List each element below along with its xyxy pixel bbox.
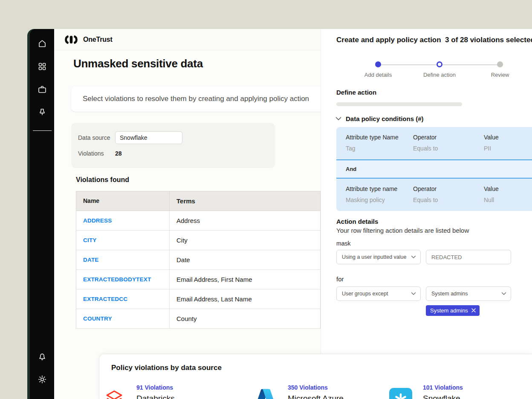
insights-heading: Policy violations by data source	[111, 364, 222, 372]
condition-attribute-label: Attribute type name	[346, 185, 413, 192]
chevron-down-icon	[335, 115, 341, 122]
violation-name-link[interactable]: DATE	[83, 257, 99, 263]
condition-value-value: PII	[484, 145, 532, 152]
table-row[interactable]: CITY City	[76, 231, 320, 250]
table-row[interactable]: DATE Date	[76, 250, 320, 270]
condition-operator-value: Equals to	[413, 197, 484, 203]
sidebar-item-apps[interactable]	[34, 58, 51, 75]
define-action-heading: Define action	[336, 89, 376, 96]
sidebar-item-home[interactable]	[34, 35, 51, 52]
mask-method-value: Using a user inputted value	[342, 254, 406, 260]
page-title: Unmasked sensitive data	[73, 57, 203, 70]
chevron-down-icon	[411, 291, 416, 297]
azure-logo	[254, 387, 278, 399]
step-label: Add details	[353, 72, 404, 78]
violation-name-link[interactable]: CITY	[83, 237, 97, 243]
column-header-terms: Terms	[169, 191, 320, 211]
mask-value-input[interactable]	[426, 250, 511, 264]
sidebar	[30, 29, 54, 399]
group-value-text: System admins	[431, 291, 468, 297]
progress-bar	[336, 102, 462, 106]
group-mode-value: User groups except	[342, 291, 388, 297]
mask-label: mask	[336, 240, 350, 247]
table-row[interactable]: COUNTRY County	[76, 309, 320, 329]
violation-terms: Date	[169, 250, 320, 269]
condition-attribute-value: Tag	[346, 145, 413, 152]
policy-violations-card: Policy violations by data source 91 Viol…	[99, 354, 532, 399]
condition-attribute-label: Attribute type Name	[346, 134, 413, 141]
violations-table: Name Terms ADDRESS Address CITY City DAT…	[76, 191, 321, 329]
data-source-item-snowflake[interactable]: 101 Violations Snowflake Volume of Data:…	[389, 384, 486, 399]
step-dot-upcoming	[497, 61, 503, 67]
condition-operator-value: Equals to	[413, 145, 484, 152]
violations-count: 28	[115, 150, 122, 157]
chip-remove-icon[interactable]	[471, 307, 476, 314]
violation-name-link[interactable]: COUNTRY	[83, 315, 112, 322]
table-row[interactable]: EXTRACTEDCC Email Address, Last Name	[76, 289, 320, 309]
action-details-subtitle: Your row filtering action details are li…	[336, 227, 469, 234]
violation-terms: Email Address, First Name	[169, 270, 320, 289]
chevron-down-icon	[411, 254, 416, 260]
step-label: Define action	[414, 72, 465, 78]
summary-panel: Data source Violations 28	[71, 123, 275, 168]
table-header-row: Name Terms	[76, 191, 320, 211]
step-add-details[interactable]: Add details	[353, 61, 404, 78]
condition-connector: And	[336, 160, 532, 178]
for-label: for	[336, 275, 344, 283]
wizard-stepper: Add details Define action Review	[321, 61, 532, 87]
instruction-banner-text: Select violations to resolve them by cre…	[83, 95, 309, 103]
violation-name-link[interactable]: EXTRACTEDCC	[83, 296, 127, 302]
condition-value-value: Null	[484, 197, 532, 203]
home-icon	[37, 38, 47, 49]
data-source-name: Databricks	[136, 394, 200, 399]
group-value-select[interactable]: System admins	[426, 286, 511, 301]
conditions-toggle[interactable]: Data policy conditions (#)	[335, 115, 424, 122]
sidebar-item-pinned[interactable]	[34, 104, 51, 121]
violations-count-link[interactable]: 101 Violations	[423, 384, 486, 391]
condition-row: Attribute type name Masking policy Opera…	[336, 179, 532, 211]
chip-label: System admins	[430, 307, 468, 314]
selected-group-chip[interactable]: System admins	[426, 305, 480, 316]
apps-grid-icon	[37, 61, 47, 72]
violations-found-heading: Violations found	[76, 176, 129, 184]
panel-title-text: Create and apply policy action	[336, 36, 441, 44]
violation-terms: County	[169, 309, 320, 328]
gear-icon	[37, 374, 47, 385]
data-source-label: Data source	[78, 134, 115, 141]
sidebar-item-notifications[interactable]	[34, 348, 51, 365]
condition-value-label: Value	[484, 134, 532, 141]
condition-operator-label: Operator	[413, 185, 484, 192]
onetrust-logo-icon	[64, 35, 79, 44]
action-details-heading: Action details	[336, 218, 378, 225]
data-source-input[interactable]	[115, 131, 182, 144]
step-label: Review	[474, 72, 526, 78]
briefcase-icon	[37, 84, 47, 95]
group-mode-select[interactable]: User groups except	[336, 286, 421, 301]
step-review[interactable]: Review	[474, 61, 526, 78]
conditions-toggle-label: Data policy conditions (#)	[346, 115, 424, 122]
snowflake-logo	[389, 387, 413, 399]
condition-attribute-value: Masking policy	[346, 197, 413, 203]
data-source-name: Snowflake	[423, 394, 486, 399]
condition-value-label: Value	[484, 185, 532, 192]
instruction-banner: Select violations to resolve them by cre…	[71, 86, 335, 112]
data-source-item-databricks[interactable]: 91 Violations Databricks Volume of Data:…	[102, 384, 200, 399]
brand-name: OneTrust	[83, 36, 113, 43]
violation-name-link[interactable]: EXTRACTEDBODYTEXT	[83, 276, 151, 283]
pushpin-icon	[37, 107, 47, 118]
table-row[interactable]: ADDRESS Address	[76, 211, 320, 231]
condition-row: Attribute type Name Tag Operator Equals …	[336, 127, 532, 159]
sidebar-item-settings[interactable]	[34, 371, 51, 388]
mask-method-select[interactable]: Using a user inputted value	[336, 250, 421, 264]
sidebar-item-workspace[interactable]	[34, 81, 51, 98]
table-row[interactable]: EXTRACTEDBODYTEXT Email Address, First N…	[76, 270, 320, 289]
app-window: OneTrust Unmasked sensitive data Select …	[27, 29, 532, 399]
data-source-item-azure[interactable]: 350 Violations Microsoft Azure Volume of…	[254, 384, 351, 399]
step-define-action[interactable]: Define action	[414, 61, 465, 78]
violations-count-link[interactable]: 350 Violations	[288, 384, 351, 391]
violations-count-link[interactable]: 91 Violations	[136, 384, 200, 391]
violation-name-link[interactable]: ADDRESS	[83, 217, 112, 224]
violations-label: Violations	[78, 150, 115, 157]
panel-title: Create and apply policy action 3 of 28 v…	[336, 36, 532, 44]
selection-status: 3 of 28 violations selected	[445, 36, 532, 44]
